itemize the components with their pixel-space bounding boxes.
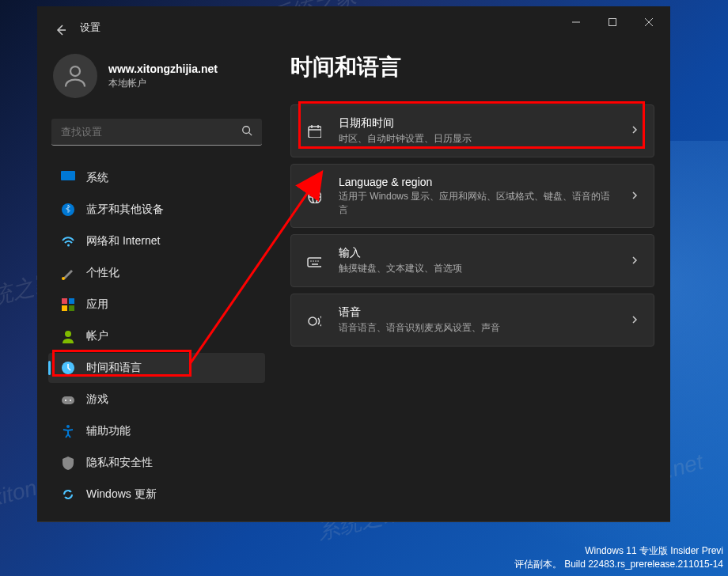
card-subtitle: 触摸键盘、文本建议、首选项 — [339, 262, 614, 275]
card-title: 输入 — [339, 246, 614, 260]
bluetooth-icon — [61, 203, 75, 217]
svg-point-32 — [315, 260, 317, 262]
svg-rect-13 — [69, 298, 74, 304]
nav-item-personalize[interactable]: 个性化 — [48, 258, 265, 288]
nav-item-update[interactable]: Windows 更新 — [48, 479, 265, 510]
svg-point-35 — [309, 317, 317, 325]
settings-card-globe[interactable]: Language & region 适用于 Windows 显示、应用和网站、区… — [290, 164, 654, 229]
nav-item-time[interactable]: 时间和语言 — [48, 353, 265, 383]
nav-item-label: 辅助功能 — [86, 424, 131, 438]
profile-subtitle: 本地帐户 — [108, 77, 218, 90]
nav-item-accessibility[interactable]: 辅助功能 — [48, 416, 265, 446]
card-subtitle: 时区、自动时钟设置、日历显示 — [339, 132, 614, 146]
settings-window: 设置 www.xitongzhijia.net 本地帐户 系统蓝牙和其他设备网络… — [37, 6, 670, 522]
wifi-icon — [61, 234, 75, 248]
account-icon — [61, 329, 75, 343]
svg-point-30 — [310, 260, 312, 262]
svg-point-16 — [65, 331, 71, 337]
sidebar: www.xitongzhijia.net 本地帐户 系统蓝牙和其他设备网络和 I… — [37, 38, 275, 521]
page-title: 时间和语言 — [290, 52, 654, 82]
card-subtitle: 适用于 Windows 显示、应用和网站、区域格式、键盘、语音的语言 — [339, 190, 614, 217]
update-icon — [61, 487, 75, 502]
svg-point-10 — [67, 244, 70, 247]
nav-item-apps[interactable]: 应用 — [48, 290, 265, 320]
settings-card-calendar[interactable]: 日期和时间 时区、自动时钟设置、日历显示 — [290, 104, 654, 157]
chevron-right-icon — [630, 189, 639, 203]
nav-item-label: 帐户 — [86, 329, 108, 343]
svg-rect-18 — [62, 396, 74, 404]
accessibility-icon — [61, 424, 75, 438]
app-title: 设置 — [80, 21, 100, 35]
nav-item-label: 个性化 — [86, 266, 119, 280]
svg-point-20 — [70, 400, 71, 401]
svg-point-33 — [317, 260, 319, 262]
nav-item-label: 游戏 — [86, 392, 108, 407]
svg-point-31 — [313, 260, 314, 262]
svg-point-21 — [66, 425, 70, 428]
settings-card-voice[interactable]: 语音 语音语言、语音识别麦克风设置、声音 — [290, 294, 654, 347]
desktop-build-info: Windows 11 专业版 Insider Previ 评估副本。 Build… — [514, 544, 723, 571]
svg-rect-1 — [609, 19, 616, 26]
maximize-button[interactable] — [594, 9, 631, 35]
time-icon — [61, 361, 75, 375]
nav-list: 系统蓝牙和其他设备网络和 Internet个性化应用帐户时间和语言游戏辅助功能隐… — [48, 157, 265, 516]
nav-item-privacy[interactable]: 隐私和安全性 — [48, 448, 265, 478]
personalize-icon — [61, 266, 75, 280]
search-icon — [241, 125, 252, 139]
search-input[interactable] — [61, 126, 214, 138]
nav-item-label: Windows 更新 — [86, 487, 157, 502]
nav-item-account[interactable]: 帐户 — [48, 321, 265, 351]
profile-name: www.xitongzhijia.net — [108, 63, 218, 75]
card-title: 日期和时间 — [339, 116, 614, 131]
svg-point-19 — [65, 400, 66, 401]
system-icon — [61, 171, 75, 185]
back-button[interactable] — [48, 17, 74, 43]
minimize-button[interactable] — [558, 9, 594, 35]
nav-item-label: 时间和语言 — [86, 361, 142, 375]
nav-item-label: 应用 — [86, 297, 108, 312]
search-box[interactable] — [51, 119, 262, 146]
chevron-right-icon — [630, 123, 639, 138]
close-button[interactable] — [631, 9, 667, 35]
nav-item-system[interactable]: 系统 — [48, 163, 265, 193]
nav-item-label: 隐私和安全性 — [86, 456, 153, 470]
main-panel: 时间和语言 日期和时间 时区、自动时钟设置、日历显示 Language & re… — [275, 38, 670, 521]
chevron-right-icon — [630, 313, 639, 328]
card-title: Language & region — [339, 176, 614, 188]
svg-line-7 — [249, 132, 252, 135]
apps-icon — [61, 297, 75, 312]
svg-rect-29 — [308, 258, 321, 267]
nav-item-bluetooth[interactable]: 蓝牙和其他设备 — [48, 195, 265, 225]
titlebar — [37, 6, 670, 38]
svg-rect-22 — [309, 127, 321, 138]
svg-rect-15 — [69, 305, 74, 311]
nav-item-label: 网络和 Internet — [86, 234, 160, 248]
gaming-icon — [61, 392, 75, 407]
chevron-right-icon — [630, 254, 639, 268]
calendar-icon — [305, 122, 323, 139]
nav-item-wifi[interactable]: 网络和 Internet — [48, 226, 265, 256]
profile[interactable]: www.xitongzhijia.net 本地帐户 — [48, 49, 265, 112]
card-subtitle: 语音语言、语音识别麦克风设置、声音 — [339, 321, 614, 335]
svg-point-5 — [70, 66, 80, 76]
nav-item-gaming[interactable]: 游戏 — [48, 385, 265, 415]
svg-rect-12 — [62, 298, 67, 304]
settings-card-keyboard[interactable]: 输入 触摸键盘、文本建议、首选项 — [290, 234, 654, 287]
nav-item-label: 蓝牙和其他设备 — [86, 203, 164, 217]
svg-rect-8 — [61, 171, 75, 180]
svg-rect-14 — [62, 305, 67, 311]
voice-icon — [305, 312, 323, 329]
svg-point-11 — [62, 277, 65, 280]
privacy-icon — [61, 456, 75, 470]
globe-icon — [305, 188, 323, 205]
svg-point-6 — [243, 126, 250, 133]
avatar — [53, 54, 97, 98]
keyboard-icon — [305, 252, 323, 270]
nav-item-label: 系统 — [86, 171, 108, 185]
card-title: 语音 — [339, 305, 614, 320]
